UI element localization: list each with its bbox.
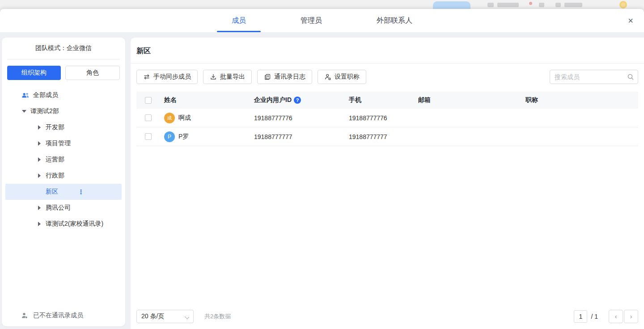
tree-item-dept[interactable]: 谭测试2部 <box>5 103 122 119</box>
download-icon <box>210 73 217 80</box>
close-icon[interactable]: × <box>625 15 636 26</box>
caret-right-icon[interactable] <box>37 173 42 178</box>
tree-item-label: 腾讯公司 <box>46 204 71 212</box>
pager: 1 / 1 ‹ › <box>574 310 638 323</box>
tree-item-dept-selected[interactable]: 新区 ⋮ <box>5 184 122 200</box>
member-userid: 19188777777 <box>254 133 349 140</box>
contacts-modal: 成员 管理员 外部联系人 × 团队模式：企业微信 组织架构 角色 全部成员 谭测… <box>0 9 644 329</box>
avatar: 成 <box>164 113 175 123</box>
members-icon <box>21 91 30 99</box>
caret-right-icon[interactable] <box>37 141 42 146</box>
background-page-strip <box>0 0 644 9</box>
mode-switch: 组织架构 角色 <box>2 59 125 84</box>
pagination-bar: 20 条/页 共2条数据 1 / 1 ‹ › <box>131 304 644 329</box>
former-members-label: 已不在通讯录成员 <box>33 312 83 320</box>
tree-item-all-members[interactable]: 全部成员 <box>5 87 122 103</box>
org-tree: 全部成员 谭测试2部 开发部 项目管理 运营部 行政部 <box>2 84 125 232</box>
more-menu-icon[interactable]: ⋮ <box>78 189 84 195</box>
background-icon <box>487 3 494 7</box>
tab-admins[interactable]: 管理员 <box>286 9 337 32</box>
background-icon <box>555 3 561 7</box>
button-label: 设置职称 <box>335 73 360 81</box>
button-label: 手动同步成员 <box>153 73 191 81</box>
background-logo-icon <box>619 1 627 8</box>
search-input[interactable] <box>550 70 638 84</box>
avatar: P <box>164 131 175 142</box>
next-page-button[interactable]: › <box>624 310 638 323</box>
members-table: 姓名 企业内用户ID ? 手机 邮箱 职称 成 啊成 19188777776 1… <box>136 92 638 146</box>
member-name[interactable]: 啊成 <box>178 114 191 122</box>
tree-item-label: 谭测试2(家校通讯录) <box>46 220 103 228</box>
page-size-select[interactable]: 20 条/页 <box>136 310 194 323</box>
tree-item-dept[interactable]: 腾讯公司 <box>5 200 122 216</box>
sync-icon <box>143 73 150 80</box>
member-name[interactable]: P罗 <box>178 133 189 141</box>
total-count-text: 共2条数据 <box>204 312 231 321</box>
caret-right-icon[interactable] <box>37 125 42 130</box>
button-label: 通讯录日志 <box>274 73 305 81</box>
member-phone: 19188777777 <box>349 133 418 140</box>
column-header-jobtitle: 职称 <box>525 96 638 104</box>
table-header-row: 姓名 企业内用户ID ? 手机 邮箱 职称 <box>136 92 638 109</box>
tree-item-dept[interactable]: 谭测试2(家校通讯录) <box>5 216 122 232</box>
tree-item-label: 项目管理 <box>46 139 71 148</box>
modal-header: 成员 管理员 外部联系人 × <box>0 9 644 32</box>
tree-item-label: 行政部 <box>46 172 64 180</box>
sidebar: 团队模式：企业微信 组织架构 角色 全部成员 谭测试2部 开发部 <box>2 38 125 326</box>
button-label: 批量导出 <box>220 73 245 81</box>
caret-right-icon[interactable] <box>37 222 42 226</box>
tree-item-label: 开发部 <box>46 123 64 131</box>
row-checkbox[interactable] <box>145 133 152 140</box>
contact-log-button[interactable]: 通讯录日志 <box>257 70 312 84</box>
person-settings-icon <box>324 73 331 80</box>
org-structure-button[interactable]: 组织架构 <box>7 66 61 80</box>
background-icon <box>539 3 544 7</box>
page-title: 新区 <box>131 38 644 63</box>
set-job-title-button[interactable]: 设置职称 <box>318 70 366 84</box>
tab-members[interactable]: 成员 <box>217 9 261 32</box>
column-header-email: 邮箱 <box>418 96 525 104</box>
select-all-checkbox[interactable] <box>145 97 152 104</box>
former-members-link[interactable]: 已不在通讯录成员 <box>2 305 125 326</box>
page-size-value: 20 条/页 <box>141 312 164 321</box>
role-button[interactable]: 角色 <box>65 66 120 80</box>
chevron-down-icon <box>185 315 189 319</box>
tree-item-label: 全部成员 <box>33 91 58 99</box>
column-header-userid: 企业内用户ID ? <box>254 96 349 104</box>
column-header-label: 企业内用户ID <box>254 96 292 104</box>
table-row[interactable]: 成 啊成 19188777776 19188777776 <box>136 109 638 127</box>
page-number-input[interactable]: 1 <box>574 310 587 323</box>
tree-item-label: 运营部 <box>46 156 64 164</box>
background-button-shape <box>433 1 470 9</box>
former-member-icon <box>21 312 29 320</box>
row-checkbox[interactable] <box>145 114 152 121</box>
column-header-name: 姓名 <box>164 96 254 104</box>
caret-right-icon[interactable] <box>37 157 42 162</box>
help-icon[interactable]: ? <box>294 97 301 104</box>
member-userid: 19188777776 <box>254 114 349 122</box>
caret-right-icon[interactable] <box>37 206 42 210</box>
tree-item-dept[interactable]: 运营部 <box>5 152 122 168</box>
tree-item-dept[interactable]: 项目管理 <box>5 135 122 152</box>
background-text-shape <box>564 3 582 7</box>
table-row[interactable]: P P罗 19188777777 19188777777 <box>136 127 638 146</box>
tree-item-dept[interactable]: 行政部 <box>5 168 122 184</box>
member-phone: 19188777776 <box>349 114 418 122</box>
manual-sync-button[interactable]: 手动同步成员 <box>136 70 198 84</box>
tree-item-dept[interactable]: 开发部 <box>5 119 122 135</box>
batch-export-button[interactable]: 批量导出 <box>203 70 252 84</box>
caret-down-icon[interactable] <box>21 110 27 113</box>
tab-external-contacts[interactable]: 外部联系人 <box>362 9 427 32</box>
member-search <box>550 70 638 84</box>
log-icon <box>264 73 271 80</box>
total-pages-label: / 1 <box>591 313 598 320</box>
tab-bar: 成员 管理员 外部联系人 <box>0 9 644 32</box>
prev-page-button[interactable]: ‹ <box>609 310 623 323</box>
tree-item-label: 新区 <box>46 188 58 196</box>
toolbar: 手动同步成员 批量导出 通讯录日志 设置职称 <box>131 63 644 84</box>
background-notification-dot <box>529 2 532 5</box>
search-icon[interactable] <box>627 73 634 82</box>
background-text-shape <box>497 3 519 7</box>
team-mode-title: 团队模式：企业微信 <box>2 38 125 59</box>
main-panel: 新区 手动同步成员 批量导出 通讯录日志 <box>131 38 644 329</box>
